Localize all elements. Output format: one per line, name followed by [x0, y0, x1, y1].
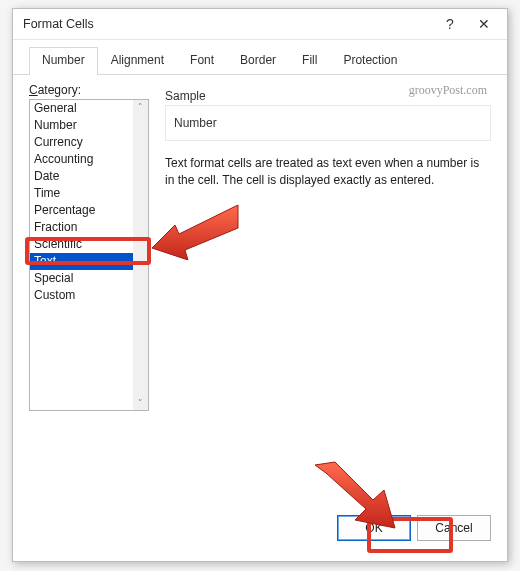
- category-item-number[interactable]: Number: [30, 117, 133, 134]
- scroll-up-icon[interactable]: ˄: [138, 102, 143, 112]
- scroll-down-icon[interactable]: ˅: [138, 398, 143, 408]
- close-button[interactable]: ✕: [467, 11, 501, 37]
- format-cells-dialog: Format Cells ? ✕ Number Alignment Font B…: [12, 8, 508, 562]
- cancel-button[interactable]: Cancel: [417, 515, 491, 541]
- dialog-footer: OK Cancel: [13, 505, 507, 561]
- category-item-custom[interactable]: Custom: [30, 287, 133, 304]
- category-item-scientific[interactable]: Scientific: [30, 236, 133, 253]
- dialog-title: Format Cells: [23, 17, 433, 31]
- category-item-date[interactable]: Date: [30, 168, 133, 185]
- ok-button[interactable]: OK: [337, 515, 411, 541]
- titlebar: Format Cells ? ✕: [13, 9, 507, 40]
- sample-value: Number: [174, 116, 217, 130]
- tab-font[interactable]: Font: [177, 47, 227, 75]
- listbox-scrollbar[interactable]: ˄ ˅: [133, 100, 148, 410]
- category-item-currency[interactable]: Currency: [30, 134, 133, 151]
- tab-number[interactable]: Number: [29, 47, 98, 75]
- tab-border[interactable]: Border: [227, 47, 289, 75]
- tab-protection[interactable]: Protection: [330, 47, 410, 75]
- category-item-accounting[interactable]: Accounting: [30, 151, 133, 168]
- detail-panel: groovyPost.com Sample Number Text format…: [149, 83, 491, 505]
- category-listbox[interactable]: General Number Currency Accounting Date …: [29, 99, 149, 411]
- category-item-text[interactable]: Text: [30, 253, 133, 270]
- category-description: Text format cells are treated as text ev…: [165, 155, 491, 190]
- sample-box: Number: [165, 105, 491, 141]
- watermark: groovyPost.com: [409, 83, 487, 98]
- tab-strip: Number Alignment Font Border Fill Protec…: [13, 40, 507, 75]
- category-items: General Number Currency Accounting Date …: [30, 100, 133, 410]
- category-item-time[interactable]: Time: [30, 185, 133, 202]
- category-item-percentage[interactable]: Percentage: [30, 202, 133, 219]
- tab-alignment[interactable]: Alignment: [98, 47, 177, 75]
- category-item-general[interactable]: General: [30, 100, 133, 117]
- category-panel: Category: General Number Currency Accoun…: [29, 83, 149, 505]
- category-item-fraction[interactable]: Fraction: [30, 219, 133, 236]
- category-label: Category:: [29, 83, 149, 97]
- category-item-special[interactable]: Special: [30, 270, 133, 287]
- dialog-body: Category: General Number Currency Accoun…: [13, 75, 507, 505]
- tab-fill[interactable]: Fill: [289, 47, 330, 75]
- help-button[interactable]: ?: [433, 11, 467, 37]
